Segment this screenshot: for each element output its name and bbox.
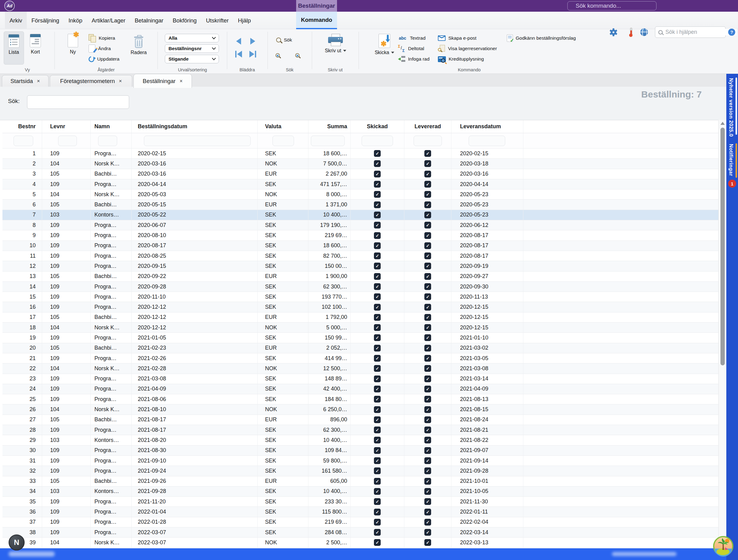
kreditupplysning-button[interactable]: Kreditupplysning: [438, 55, 484, 63]
skicka-button[interactable]: Skicka: [372, 31, 397, 65]
column-header-levnr[interactable]: Levnr: [42, 120, 91, 133]
column-header-valuta[interactable]: Valuta: [258, 120, 308, 133]
skickad-checkbox[interactable]: ✓: [374, 171, 381, 178]
skickad-checkbox[interactable]: ✓: [374, 334, 381, 341]
skickad-checkbox[interactable]: ✓: [374, 447, 381, 454]
skickad-checkbox[interactable]: ✓: [374, 202, 381, 208]
skriv-ut-button[interactable]: Skriv ut: [325, 31, 346, 65]
levererad-checkbox[interactable]: ✓: [424, 263, 431, 269]
textrad-button[interactable]: abc Textrad: [398, 34, 426, 42]
zoom-prev-button[interactable]: [276, 51, 280, 59]
palm-island-icon[interactable]: [713, 536, 734, 557]
table-row[interactable]: 32109Progra…2021-09-24SEK161 580…✓✓2021-…: [2, 466, 718, 476]
table-row[interactable]: 15109Progra…2020-11-10SEK193 770…✓✓2020-…: [2, 292, 718, 302]
skickad-checkbox[interactable]: ✓: [374, 232, 381, 239]
levererad-checkbox[interactable]: ✓: [424, 519, 431, 526]
levererad-checkbox[interactable]: ✓: [424, 150, 431, 157]
levererad-checkbox[interactable]: ✓: [424, 468, 431, 474]
levererad-checkbox[interactable]: ✓: [424, 273, 431, 280]
levererad-checkbox[interactable]: ✓: [424, 509, 431, 515]
last-record-button[interactable]: [247, 49, 259, 59]
kort-button[interactable]: Kort: [25, 31, 45, 65]
table-row[interactable]: 27105Bachbi…2021-08-17EUR896,00✓✓2021-08…: [2, 415, 718, 425]
levererad-checkbox[interactable]: ✓: [424, 160, 431, 167]
skickad-checkbox[interactable]: ✓: [374, 478, 381, 485]
levererad-checkbox[interactable]: ✓: [424, 202, 431, 208]
scrollbar-thumb[interactable]: [720, 127, 725, 365]
column-header-namn[interactable]: Namn: [91, 120, 131, 133]
levererad-checkbox[interactable]: ✓: [424, 488, 431, 495]
levererad-checkbox[interactable]: ✓: [424, 437, 431, 444]
table-row[interactable]: 23109Progra…2021-03-08SEK148 89…✓✓2021-0…: [2, 374, 718, 384]
tab-foretagstermometern[interactable]: Företagstermometern×: [50, 75, 132, 87]
skickad-checkbox[interactable]: ✓: [374, 396, 381, 402]
close-icon[interactable]: ×: [37, 78, 40, 84]
table-row[interactable]: 39104Norsk K…2022-03-07NOK2 500,…✓✓2022-…: [2, 538, 718, 548]
table-row[interactable]: 33105Bachbi…2021-09-26EUR605,00✓✓2021-10…: [2, 476, 718, 487]
menu-item-bokforing[interactable]: Bokföring: [168, 12, 202, 29]
menu-item-hjalp[interactable]: Hjälp: [234, 12, 256, 29]
table-row[interactable]: 31109Progra…2021-09-10SEK59 800,…✓✓2021-…: [2, 456, 718, 466]
skickad-checkbox[interactable]: ✓: [374, 181, 381, 188]
levererad-checkbox[interactable]: ✓: [424, 386, 431, 392]
table-row[interactable]: 29103Kontors…2021-08-20SEK10 400,…✓✓2021…: [2, 435, 718, 445]
filter-input-namn[interactable]: [98, 135, 117, 146]
filter-input-bestnr[interactable]: [14, 135, 33, 146]
skickad-checkbox[interactable]: ✓: [374, 150, 381, 157]
levererad-checkbox[interactable]: ✓: [424, 293, 431, 300]
visa-lagerreservationer-button[interactable]: Visa lagerreservationer: [438, 45, 497, 53]
skickad-checkbox[interactable]: ✓: [374, 283, 381, 290]
table-row[interactable]: 19109Progra…2021-01-05SEK150 99…✓✓2021-0…: [2, 333, 718, 343]
tab-bestallningar[interactable]: Beställningar×: [133, 74, 192, 88]
filter-dropdown[interactable]: Alla: [165, 34, 219, 42]
skickad-checkbox[interactable]: ✓: [374, 539, 381, 546]
menu-item-arkiv[interactable]: Arkiv: [5, 12, 27, 29]
table-row[interactable]: 24109Progra…2021-04-09SEK42 400,…✓✓2021-…: [2, 384, 718, 394]
skickad-checkbox[interactable]: ✓: [374, 427, 381, 433]
levererad-checkbox[interactable]: ✓: [424, 396, 431, 402]
ny-button[interactable]: Ny: [63, 31, 83, 65]
skickad-checkbox[interactable]: ✓: [374, 212, 381, 218]
levererad-checkbox[interactable]: ✓: [424, 427, 431, 433]
filter-input-levererad[interactable]: [414, 135, 442, 146]
column-header-summa[interactable]: Summa: [308, 120, 351, 133]
levererad-checkbox[interactable]: ✓: [424, 334, 431, 341]
table-row[interactable]: 28109Progra…2021-08-17SEK62 300,…✓✓2021-…: [2, 425, 718, 435]
table-row[interactable]: 11109Progra…2020-08-25SEK82 700,…✓✓2020-…: [2, 251, 718, 261]
kopiera-button[interactable]: Kopiera: [88, 34, 115, 42]
column-header-skickad[interactable]: Skickad: [351, 120, 404, 133]
table-row[interactable]: 8109Progra…2020-06-07SEK179 190,…✓✓2020-…: [2, 220, 718, 230]
skickad-checkbox[interactable]: ✓: [374, 314, 381, 321]
menu-item-inkop[interactable]: Inköp: [64, 12, 87, 29]
rail-item-nyheter[interactable]: Nyheter version 2025.0: [728, 78, 734, 137]
skickad-checkbox[interactable]: ✓: [374, 345, 381, 351]
table-row[interactable]: 37109Progra…2022-01-28SEK219 69…✓✓2022-0…: [2, 517, 718, 527]
levererad-checkbox[interactable]: ✓: [424, 406, 431, 413]
filter-input-valuta[interactable]: [273, 135, 294, 146]
skapa-epost-button[interactable]: Skapa e-post: [438, 34, 476, 42]
table-row[interactable]: 14109Progra…2020-09-28SEK62 300,…✓✓2020-…: [2, 282, 718, 292]
table-row[interactable]: 2104Norsk K…2020-03-16NOK7 500,0…✓✓2020-…: [2, 159, 718, 169]
infoga-rad-button[interactable]: Infoga rad: [398, 55, 430, 63]
skickad-checkbox[interactable]: ✓: [374, 386, 381, 392]
skickad-checkbox[interactable]: ✓: [374, 416, 381, 423]
deltotal-button[interactable]: Σ/Σ Deltotal: [398, 45, 424, 53]
menu-item-betalningar[interactable]: Betalningar: [130, 12, 168, 29]
vertical-scrollbar[interactable]: [718, 120, 726, 548]
next-record-button[interactable]: [247, 36, 259, 46]
table-row[interactable]: 1109Progra…2020-02-15SEK18 600,…✓✓2020-0…: [2, 149, 718, 159]
skickad-checkbox[interactable]: ✓: [374, 365, 381, 372]
filter-input-levnr[interactable]: [58, 135, 77, 146]
levererad-checkbox[interactable]: ✓: [424, 365, 431, 372]
close-icon[interactable]: ×: [179, 78, 182, 84]
levererad-checkbox[interactable]: ✓: [424, 191, 431, 198]
andra-button[interactable]: Ändra: [88, 45, 111, 53]
skickad-checkbox[interactable]: ✓: [374, 263, 381, 269]
skickad-checkbox[interactable]: ✓: [374, 457, 381, 464]
tab-startsida[interactable]: Startsida×: [2, 75, 49, 87]
skickad-checkbox[interactable]: ✓: [374, 468, 381, 474]
levererad-checkbox[interactable]: ✓: [424, 253, 431, 259]
levererad-checkbox[interactable]: ✓: [424, 222, 431, 229]
levererad-checkbox[interactable]: ✓: [424, 478, 431, 485]
rail-item-notifieringar[interactable]: Notifieringar: [728, 144, 734, 176]
